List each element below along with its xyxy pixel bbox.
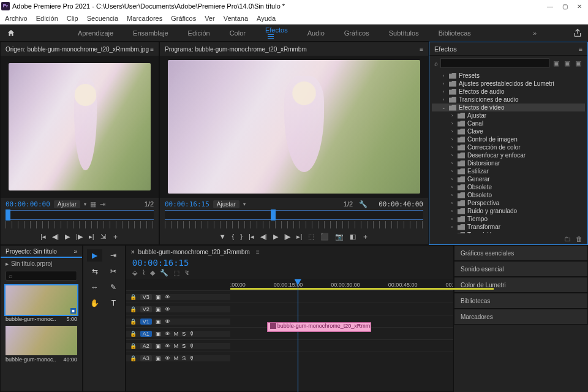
effects-folder[interactable]: ›Ajustes preestablecidos de Lumetri: [432, 80, 585, 88]
hand-tool[interactable]: ✋: [87, 297, 102, 309]
eye-icon[interactable]: 👁: [165, 343, 170, 349]
effects-folder[interactable]: ›Desenfocar y enfocar: [432, 151, 585, 159]
collapsed-panel[interactable]: Color de Lumetri: [454, 277, 588, 293]
effects-folder[interactable]: ⌄Efectos de vídeo: [432, 104, 585, 111]
workspace-subtitulos[interactable]: Subtítulos: [385, 27, 423, 39]
play-icon[interactable]: ▶: [273, 233, 278, 241]
effects-folder[interactable]: ›Canal: [432, 119, 585, 127]
step-back-icon[interactable]: ◀|: [260, 233, 267, 241]
program-viewer[interactable]: [160, 56, 428, 198]
insert-icon[interactable]: ⇲: [100, 233, 106, 241]
menu-archivo[interactable]: Archivo: [5, 15, 28, 22]
workspace-color[interactable]: Color: [226, 27, 249, 39]
track-select-tool[interactable]: ⇥: [106, 249, 121, 262]
project-search-input[interactable]: ⌕: [6, 271, 77, 281]
effects-folder[interactable]: ›Distorsionar: [432, 159, 585, 167]
mark-in-icon[interactable]: |◂: [40, 233, 46, 241]
menu-secuencia[interactable]: Secuencia: [87, 15, 118, 22]
delete-icon[interactable]: 🗑: [576, 235, 582, 243]
settings-icon[interactable]: 🔧: [160, 269, 168, 277]
extract-icon[interactable]: ⬛: [320, 233, 329, 241]
linked-icon[interactable]: ⌇: [142, 269, 145, 277]
lock-icon[interactable]: 🔒: [130, 331, 137, 337]
timeline-timecode[interactable]: 00:00:16:15: [126, 258, 453, 268]
eye-icon[interactable]: 👁: [165, 331, 170, 337]
fx-badge-icon[interactable]: ▣: [563, 59, 571, 67]
menu-ver[interactable]: Ver: [205, 15, 215, 22]
eye-icon[interactable]: 👁: [165, 355, 170, 361]
track-a2[interactable]: 🔒A2▣👁MS🎙: [126, 339, 453, 352]
timeline-ruler[interactable]: :00:00 00:00:15:00 00:00:30:00 00:00:45:…: [126, 279, 453, 290]
play-icon[interactable]: ▶: [65, 233, 70, 241]
effects-folder[interactable]: ›Transformar: [432, 223, 585, 231]
effects-folder[interactable]: ›Control de imagen: [432, 135, 585, 143]
menu-clip[interactable]: Clip: [67, 15, 78, 22]
workspace-overflow-icon[interactable]: »: [533, 29, 537, 37]
track-v3[interactable]: 🔒V3▣👁: [126, 290, 453, 303]
go-out-icon[interactable]: ▸|: [296, 233, 302, 241]
toggle-output-icon[interactable]: ▣: [156, 343, 161, 349]
mark-out-icon[interactable]: ▸|: [89, 233, 94, 241]
fx-badge-icon[interactable]: ▣: [552, 59, 560, 67]
effects-folder[interactable]: ›Generar: [432, 175, 585, 183]
track-v1[interactable]: 🔒V1▣👁bubble-gum-monochrome_t20_xRmmb: [126, 315, 453, 327]
export-frame-icon[interactable]: 📷: [335, 233, 344, 241]
marker-icon[interactable]: ◆: [150, 269, 155, 277]
marker-icon[interactable]: ▼: [219, 233, 226, 240]
workspace-audio[interactable]: Audio: [304, 27, 328, 39]
workspace-graficos[interactable]: Gráficos: [341, 27, 373, 39]
effects-folder[interactable]: ›Obsoleto: [432, 191, 585, 199]
snap-icon[interactable]: ⬙: [132, 269, 137, 277]
collapsed-panel[interactable]: Bibliotecas: [454, 293, 588, 309]
collapsed-panel[interactable]: Marcadores: [454, 309, 588, 325]
eye-icon[interactable]: 👁: [165, 294, 170, 300]
effects-folder[interactable]: ›Transiciones de audio: [432, 96, 585, 104]
source-grid-icon[interactable]: ▦: [90, 200, 96, 208]
source-timecode[interactable]: 00:00:00:00: [6, 200, 50, 208]
effects-tree[interactable]: ›Presets›Ajustes preestablecidos de Lume…: [429, 70, 587, 233]
effects-folder[interactable]: ›Ajustar: [432, 111, 585, 119]
source-tab[interactable]: Origen: bubble-gum-monochrome_t20_xRmmbm…: [1, 42, 159, 56]
lock-icon[interactable]: 🔒: [130, 318, 137, 325]
effects-folder[interactable]: ›Corrección de color: [432, 143, 585, 151]
collapsed-panel[interactable]: Gráficos esenciales: [454, 245, 588, 261]
mark-out-icon[interactable]: }: [240, 233, 243, 240]
project-tab[interactable]: Proyecto: Sin título»: [1, 246, 82, 258]
source-scrub-bar[interactable]: [6, 210, 154, 220]
source-arrow-icon[interactable]: ⇥: [100, 200, 105, 208]
menu-graficos[interactable]: Gráficos: [171, 15, 196, 22]
type-tool[interactable]: T: [106, 297, 121, 309]
sequence-icon[interactable]: ⬚: [173, 269, 179, 277]
playhead[interactable]: [298, 279, 298, 392]
step-fwd-icon[interactable]: |▶: [76, 233, 83, 241]
razor-tool[interactable]: ✂: [106, 265, 121, 277]
effects-folder[interactable]: ›Clave: [432, 127, 585, 135]
effects-folder[interactable]: ›Obsolete: [432, 183, 585, 191]
wrench-icon[interactable]: ↯: [184, 269, 190, 277]
toggle-output-icon[interactable]: ▣: [156, 331, 161, 337]
step-fwd-icon[interactable]: |▶: [284, 233, 291, 241]
maximize-button[interactable]: ▢: [557, 3, 572, 10]
eye-icon[interactable]: 👁: [165, 318, 170, 325]
home-icon[interactable]: [6, 29, 16, 37]
workspace-edicion[interactable]: Edición: [184, 27, 214, 39]
settings-icon[interactable]: 🔧: [359, 200, 368, 208]
workspace-aprendizaje[interactable]: Aprendizaje: [74, 27, 117, 39]
menu-ayuda[interactable]: Ayuda: [257, 15, 276, 22]
effects-folder[interactable]: ›Ruido y granulado: [432, 207, 585, 215]
program-timecode[interactable]: 00:00:16:15: [165, 200, 209, 208]
effects-folder[interactable]: ›Efectos de audio: [432, 88, 585, 96]
track-v2[interactable]: 🔒V2▣👁: [126, 303, 453, 315]
eye-icon[interactable]: 👁: [165, 306, 170, 312]
source-viewer[interactable]: [1, 56, 159, 198]
source-fit-dropdown[interactable]: Ajustar: [54, 200, 80, 208]
fx-badge-icon[interactable]: ▣: [574, 59, 582, 67]
slip-tool[interactable]: ↔: [87, 281, 102, 293]
project-item[interactable]: bubble-gum-monoc..40:00: [6, 326, 77, 363]
collapsed-panel[interactable]: Sonido esencial: [454, 261, 588, 277]
timeline-tab[interactable]: × bubble-gum-monochrome_t20_xRmmbm ≡: [126, 246, 453, 258]
program-tab[interactable]: Programa: bubble-gum-monochrome_t20_xRmm…: [160, 42, 428, 56]
lock-icon[interactable]: 🔒: [130, 294, 137, 300]
compare-icon[interactable]: ◧: [350, 233, 356, 241]
panel-menu-icon[interactable]: ≡: [579, 45, 582, 53]
